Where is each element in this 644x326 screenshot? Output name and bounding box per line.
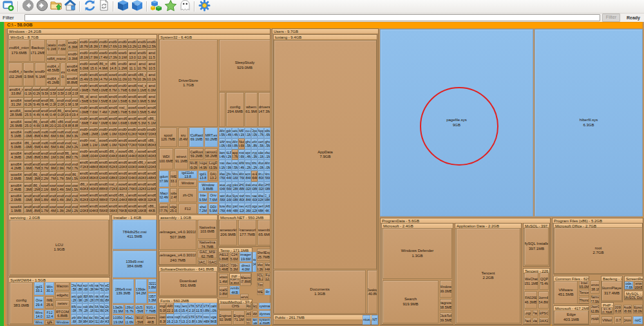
folder-cell[interactable]: amd66.3M xyxy=(128,93,137,104)
folder-cell[interactable]: x86_n2.3MB xyxy=(32,171,41,182)
folder-cell[interactable]: amd6426.9MB xyxy=(8,119,24,129)
folder-cell[interactable]: amd6417.9M xyxy=(89,50,99,61)
folder-cell[interactable]: amd63.7M xyxy=(41,161,49,172)
folder-cell[interactable]: amd19.4 xyxy=(71,108,79,119)
folder-cell[interactable]: amd6116KB xyxy=(147,181,156,192)
folder-cell[interactable]: amd63.8M xyxy=(41,150,49,161)
folder-cell[interactable]: amd6413.2M xyxy=(128,39,137,50)
folder-cell[interactable]: x86_d2.8MB xyxy=(64,150,71,161)
folder-cell[interactable]: LogF43.5M xyxy=(209,161,218,169)
folder-cell[interactable]: amd62.9M xyxy=(57,161,64,172)
folder-cell[interactable]: Tim xyxy=(257,282,263,287)
folder-cell[interactable]: x86_n460KB xyxy=(79,181,89,192)
folder-cell[interactable]: amd6792KB xyxy=(118,137,128,148)
file-cell[interactable]: calit1.0M xyxy=(210,303,217,314)
file-cell[interactable]: acm384K xyxy=(245,171,251,182)
folder-cell[interactable]: Wr xyxy=(252,311,258,317)
folder-cell[interactable]: Sourc4KB xyxy=(145,315,156,325)
folder-cell[interactable]: amd6.0M xyxy=(147,82,156,93)
folder-cell[interactable]: wow61.4M xyxy=(57,182,64,193)
file-cell[interactable]: mm348K xyxy=(203,314,210,325)
configure-button[interactable] xyxy=(197,1,211,13)
file-cell[interactable]: Mus616K xyxy=(225,193,232,204)
file-cell[interactable]: ntsh480K xyxy=(238,193,245,204)
folder-cell[interactable]: amd63.9MB xyxy=(24,161,32,172)
folder-cell[interactable]: amd64832KB xyxy=(118,126,128,137)
file-cell[interactable]: One29.4 xyxy=(34,296,44,309)
folder-cell[interactable]: amd19.6 xyxy=(64,108,71,119)
folder-cell[interactable]: amd61.8MB xyxy=(32,204,41,215)
folder-cell[interactable]: amd65.9MB xyxy=(137,93,147,104)
folder-cell[interactable]: amd43.4 xyxy=(61,62,66,86)
folder-cell[interactable]: wow65.6M xyxy=(128,104,137,115)
file-cell[interactable]: Winc816K xyxy=(232,171,238,182)
new-view-button[interactable] xyxy=(1,1,15,13)
folder-cell[interactable]: amd61.7M xyxy=(41,204,49,215)
file-cell[interactable]: hiberfil.sys6.3GB xyxy=(535,29,643,216)
folder-cell[interactable]: amd69.7MB xyxy=(89,82,99,93)
folder-cell[interactable]: amd5.9M xyxy=(147,93,156,104)
folder-cell[interactable]: QQP75.4M xyxy=(540,273,549,290)
file-cell[interactable]: Winc xyxy=(34,320,44,325)
file-cell[interactable]: node.d27.6M xyxy=(625,282,633,289)
folder-cell[interactable]: amd6220KB xyxy=(118,170,128,181)
folder-cell[interactable]: amd641.2MB xyxy=(89,126,99,137)
folder-cell[interactable]: Micr8.3M xyxy=(257,262,263,272)
folder-cell[interactable] xyxy=(219,92,225,127)
folder-cell[interactable]: amd610.7M xyxy=(128,72,137,82)
folder-cell[interactable]: amd68.5MB xyxy=(99,93,108,104)
folder-cell[interactable]: amd6880KB xyxy=(99,159,108,170)
folder-cell[interactable]: amd63.7MB xyxy=(32,161,41,172)
folder-cell[interactable]: SHARE xyxy=(591,314,600,324)
folder-cell[interactable]: sru118.4MB xyxy=(178,128,188,147)
folder-cell[interactable]: ICL26.2 xyxy=(257,273,263,281)
folder-cell[interactable]: amd61.4MB xyxy=(49,193,57,204)
folder-cell[interactable]: config383.0MB xyxy=(10,282,33,324)
file-cell[interactable]: lpks728K xyxy=(232,182,238,193)
folder-cell[interactable]: assembly165.6MB xyxy=(258,220,270,245)
file-cell[interactable]: ighd1.5M xyxy=(245,139,251,149)
folder-cell[interactable]: amd11.1 xyxy=(128,61,137,72)
folder-cell[interactable]: DriverStore1.7GB xyxy=(159,39,218,127)
file-cell[interactable]: cert1.5M xyxy=(258,139,264,149)
file-cell[interactable]: (A64K xyxy=(264,203,270,214)
folder-cell[interactable]: amd65.6MB xyxy=(128,115,137,126)
file-cell[interactable]: sltec2.9M xyxy=(225,160,232,171)
file-cell[interactable]: Window9.8MB xyxy=(198,182,218,191)
folder-cell[interactable]: amd64_28.5MB xyxy=(8,108,24,119)
folder-cell[interactable]: wow61.0MB xyxy=(99,137,108,148)
folder-cell[interactable]: amd660KB xyxy=(128,203,137,214)
folder-cell[interactable]: amd61.5MB xyxy=(64,171,71,182)
drive-c-block[interactable]: C:\ - 58.0GB Windows - 24.2GBWinSxS - 8.… xyxy=(5,22,643,325)
folder-cell[interactable]: amd64.2MB xyxy=(24,150,32,161)
file-cell[interactable]: WM2.4M xyxy=(238,160,245,171)
file-cell[interactable]: DDI5.9M xyxy=(209,204,218,214)
folder-cell[interactable]: amd6418.1M xyxy=(79,50,89,61)
folder-cell[interactable]: amd6438.8MB xyxy=(66,75,78,86)
file-cell[interactable]: loga112K xyxy=(251,203,258,214)
folder-cell[interactable]: root2.7GB xyxy=(554,227,643,274)
folder-cell[interactable]: amd644.3MB xyxy=(8,150,24,161)
file-cell[interactable]: b5a1.11.6M xyxy=(125,315,134,325)
folder-cell[interactable]: config294.6MB xyxy=(226,92,244,127)
file-cell[interactable]: 91f1.r7.7MB xyxy=(145,305,156,314)
folder-cell[interactable]: ShellExp25.7MB xyxy=(257,249,270,261)
folder-cell[interactable]: amd6413.9M xyxy=(118,39,128,50)
folder-cell[interactable]: amd64_m102.2MB xyxy=(8,62,23,86)
folder-cell[interactable]: amd6440KB xyxy=(89,181,99,192)
folder-cell[interactable]: SleepStudy929.0MB xyxy=(219,39,270,91)
file-cell[interactable]: Win1.5M xyxy=(77,314,82,325)
refresh-button[interactable] xyxy=(97,1,111,13)
file-cell[interactable]: EHS208K xyxy=(264,182,270,193)
folder-cell[interactable]: wow623.5M xyxy=(57,86,64,97)
folder-cell[interactable]: NativeImages_v4.0.30319_64507.3MB xyxy=(159,220,196,250)
folder-cell[interactable]: msl_3.2M xyxy=(71,140,79,151)
folder-cell[interactable]: amd6417.8M xyxy=(99,39,108,50)
folder-cell[interactable]: amd6540KB xyxy=(147,148,156,159)
folder-cell[interactable]: amd10.5 xyxy=(147,61,156,72)
folder-cell[interactable]: amd2.7M xyxy=(71,150,79,161)
folder-cell[interactable]: amd6424KB xyxy=(99,170,108,181)
file-cell[interactable]: STF.10.8M xyxy=(188,314,195,325)
folder-cell[interactable]: amd64_m48.5MB xyxy=(46,62,60,74)
file-cell[interactable]: igdn5.4M xyxy=(225,128,232,139)
